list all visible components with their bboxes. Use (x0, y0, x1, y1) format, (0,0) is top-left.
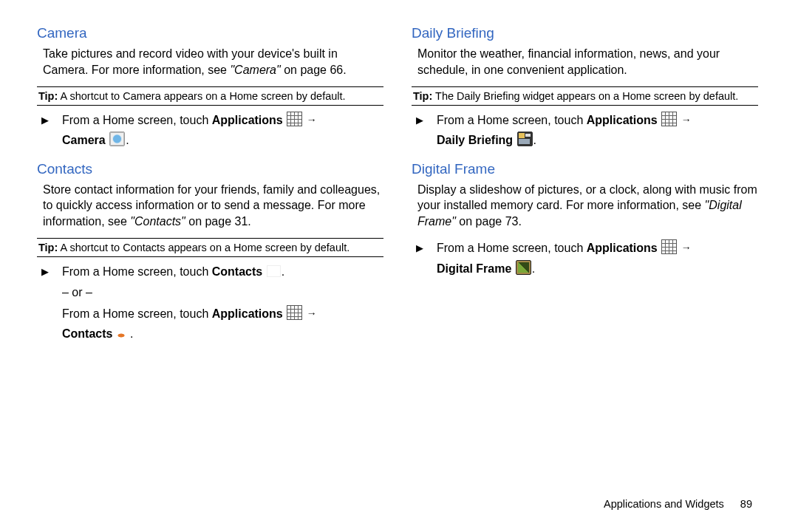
step-apps-label: Applications (212, 114, 283, 126)
camera-icon (109, 132, 125, 146)
step-app-label: Contacts (62, 327, 112, 340)
camera-body-post: on page 66. (281, 64, 347, 76)
arrow-right-icon: → (681, 112, 692, 129)
applications-grid-icon (287, 305, 302, 320)
section-daily-briefing: Daily Briefing Monitor the weather, fina… (412, 25, 758, 151)
divider (412, 86, 758, 87)
camera-tip: Tip: A shortcut to Camera appears on a H… (37, 90, 383, 103)
arrow-right-icon: → (681, 239, 692, 257)
frame-body: Display a slideshow of pictures, or a cl… (417, 182, 758, 230)
camera-body: Take pictures and record video with your… (43, 46, 383, 78)
period: . (282, 265, 284, 278)
section-digital-frame: Digital Frame Display a slideshow of pic… (412, 161, 758, 279)
camera-crossref: "Camera" (230, 64, 280, 76)
step-text-pre: From a Home screen, touch (437, 114, 587, 126)
camera-step: ▶ From a Home screen, touch Applications… (62, 110, 383, 150)
tip-label: Tip: (38, 242, 58, 253)
tip-text: A shortcut to Contacts appears on a Home… (58, 242, 349, 253)
section-camera: Camera Take pictures and record video wi… (37, 25, 383, 151)
divider (37, 105, 383, 106)
heading-digital-frame: Digital Frame (412, 161, 758, 177)
contacts-body: Store contact information for your frien… (43, 182, 383, 230)
right-column: Daily Briefing Monitor the weather, fina… (412, 25, 758, 532)
contacts-icon (267, 265, 281, 277)
period: . (533, 134, 536, 146)
briefing-tip: Tip: The Daily Briefing widget appears o… (412, 90, 758, 103)
applications-grid-icon (661, 112, 677, 126)
play-bullet-icon: ▶ (41, 264, 49, 280)
period: . (126, 134, 129, 146)
frame-step: ▶ From a Home screen, touch Applications… (437, 238, 758, 278)
or-text: – or – (62, 282, 383, 302)
briefing-step: ▶ From a Home screen, touch Applications… (437, 110, 758, 150)
heading-daily-briefing: Daily Briefing (412, 25, 758, 41)
step-text-pre: From a Home screen, touch (62, 265, 212, 278)
step-text-pre: From a Home screen, touch (62, 307, 212, 320)
digital-frame-icon (516, 260, 531, 275)
step-apps-label: Applications (587, 114, 658, 126)
step-apps-label: Applications (212, 307, 283, 320)
footer-page-number: 89 (740, 498, 752, 510)
divider (37, 238, 383, 239)
daily-briefing-icon (517, 132, 533, 146)
step-app-label: Digital Frame (437, 262, 511, 275)
tip-label: Tip: (38, 90, 58, 102)
left-column: Camera Take pictures and record video wi… (37, 25, 383, 532)
divider (412, 105, 758, 106)
play-bullet-icon: ▶ (416, 240, 423, 256)
frame-body-post: on page 73. (456, 215, 522, 228)
tip-label: Tip: (413, 90, 432, 102)
step-app-label: Daily Briefing (437, 134, 513, 146)
step-app-label: Contacts (212, 265, 262, 278)
contacts-icon (117, 330, 129, 338)
applications-grid-icon (287, 112, 302, 126)
contacts-body-post: on page 31. (185, 215, 251, 228)
tip-text: The Daily Briefing widget appears on a H… (432, 90, 738, 102)
applications-grid-icon (661, 239, 677, 254)
contacts-step: ▶ From a Home screen, touch Contacts . –… (62, 262, 383, 344)
step-text-pre: From a Home screen, touch (62, 114, 212, 126)
heading-contacts: Contacts (37, 161, 383, 177)
play-bullet-icon: ▶ (41, 112, 49, 129)
period: . (130, 327, 133, 340)
divider (37, 256, 383, 257)
briefing-body: Monitor the weather, financial informati… (417, 46, 758, 78)
section-contacts: Contacts Store contact information for y… (37, 161, 383, 344)
page-footer: Applications and Widgets 89 (604, 498, 752, 510)
step-app-label: Camera (62, 134, 106, 146)
period: . (532, 262, 535, 275)
step-text-pre: From a Home screen, touch (437, 242, 587, 254)
manual-page: Camera Take pictures and record video wi… (0, 0, 798, 532)
contacts-tip: Tip: A shortcut to Contacts appears on a… (37, 242, 383, 255)
arrow-right-icon: → (307, 112, 317, 129)
divider (37, 86, 383, 87)
footer-section: Applications and Widgets (604, 498, 724, 510)
step-apps-label: Applications (587, 242, 658, 254)
contacts-crossref: "Contacts" (130, 215, 185, 228)
arrow-right-icon: → (307, 305, 317, 323)
heading-camera: Camera (37, 25, 383, 41)
tip-text: A shortcut to Camera appears on a Home s… (58, 90, 345, 102)
play-bullet-icon: ▶ (416, 112, 423, 129)
